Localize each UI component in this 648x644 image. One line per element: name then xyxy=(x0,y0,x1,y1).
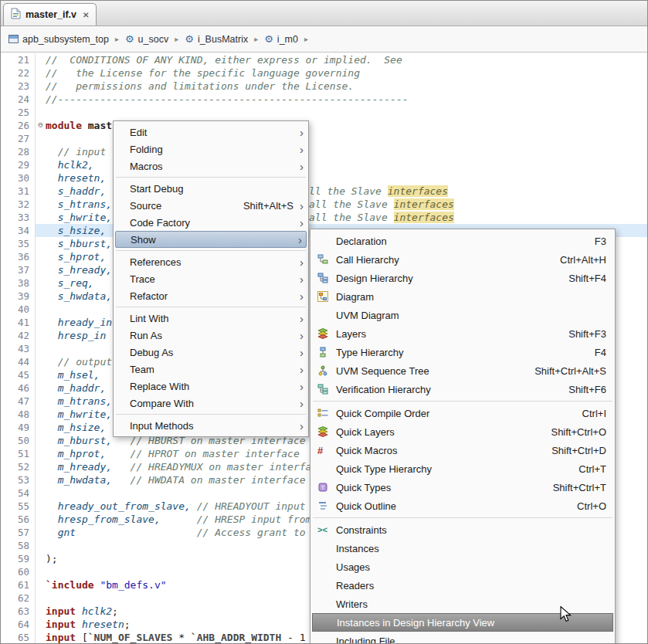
code-text[interactable]: s_hburst, xyxy=(46,237,112,250)
fold-margin xyxy=(36,395,46,408)
menu-item-replace-with[interactable]: Replace With› xyxy=(114,378,307,395)
code-text[interactable]: s_hwdata, xyxy=(46,290,112,303)
editor-tab[interactable]: master_if.v ✕ xyxy=(3,3,97,25)
menu-item-team[interactable]: Team› xyxy=(114,361,307,378)
fold-margin xyxy=(36,578,46,591)
menu-item-label: Quick Macros xyxy=(336,445,397,456)
code-text[interactable]: hready_in xyxy=(46,316,112,329)
menu-item-including-file[interactable]: Including File xyxy=(311,632,614,644)
menu-item-layers[interactable]: LayersShift+F3 xyxy=(311,324,614,343)
line-number: 23 xyxy=(1,80,36,93)
menu-item-debug-as[interactable]: Debug As› xyxy=(114,344,307,361)
code-text[interactable]: s_hprot, xyxy=(46,250,106,263)
fold-collapse-icon[interactable]: ⊖ xyxy=(36,119,46,132)
code-text[interactable]: m_hready, // HREADYMUX on master interfa… xyxy=(46,460,324,473)
menu-item-verification-hierarchy[interactable]: Verification HierarchyShift+F6 xyxy=(311,380,614,398)
menu-item-constraints[interactable]: ><Constraints xyxy=(311,520,614,539)
design-hierarchy-icon xyxy=(317,273,336,283)
line-number: 26 xyxy=(1,119,36,132)
code-text[interactable]: m_hprot, // HPROT on master interface xyxy=(46,447,300,460)
fold-margin xyxy=(36,421,46,434)
code-text[interactable]: // output xyxy=(46,355,112,368)
code-text[interactable]: `include "bm_defs.v" xyxy=(46,578,167,591)
menu-item-declaration[interactable]: DeclarationF3 xyxy=(311,232,614,250)
menu-item-call-hierarchy[interactable]: Call HierarchyCtrl+Alt+H xyxy=(311,250,614,269)
uvm-sequence-tree-icon xyxy=(317,365,336,376)
menu-shortcut: Ctrl+Alt+H xyxy=(560,254,606,266)
menu-item-quick-compile-order[interactable]: Quick Compile OrderCtrl+I xyxy=(311,404,614,422)
breadcrumb-item-apb-subsystem-top[interactable]: apb_subsystem_top xyxy=(8,34,109,45)
code-text[interactable]: input [`NUM_OF_SLAVES * `AHB_ADDR_WIDTH … xyxy=(46,631,306,644)
code-text[interactable]: s_req, xyxy=(46,276,94,290)
menu-item-run-as[interactable]: Run As› xyxy=(114,327,307,344)
code-text[interactable]: module mast xyxy=(46,119,112,132)
line-number: 27 xyxy=(1,132,36,145)
menu-item-refactor[interactable]: Refactor› xyxy=(114,287,307,304)
code-text[interactable]: m_htrans, xyxy=(46,395,112,408)
menu-item-references[interactable]: References› xyxy=(114,253,307,270)
code-text[interactable]: hresp_from_slave, // HRESP input from sl… xyxy=(46,513,348,526)
menu-item-compare-with[interactable]: Compare With› xyxy=(114,395,307,412)
menu-shortcut: Shift+Ctrl+D xyxy=(551,445,606,456)
code-text[interactable]: hresetn, xyxy=(46,171,106,185)
code-text[interactable]: s_hwrite, xyxy=(46,211,112,224)
breadcrumb-label: i_m0 xyxy=(277,34,298,45)
code-text[interactable]: s_hready, xyxy=(46,263,112,276)
menu-item-label: Run As xyxy=(130,330,162,341)
code-text[interactable]: m_haddr, xyxy=(46,381,106,395)
menu-item-edit[interactable]: Edit› xyxy=(114,124,307,141)
menu-item-folding[interactable]: Folding› xyxy=(114,141,307,158)
menu-item-show[interactable]: Show› xyxy=(115,231,307,248)
code-text[interactable]: input hresetn; xyxy=(46,618,131,631)
svg-text:T: T xyxy=(321,484,325,491)
menu-item-quick-macros[interactable]: #Quick MacrosShift+Ctrl+D xyxy=(311,441,614,459)
code-text[interactable]: m_hwrite, xyxy=(46,408,112,421)
code-text[interactable]: s_htrans, xyxy=(46,198,112,211)
menu-shortcut: Shift+Ctrl+O xyxy=(551,426,606,438)
code-text[interactable]: hresp_in xyxy=(46,329,106,342)
code-text[interactable]: ); xyxy=(46,552,58,565)
menu-item-label: Source xyxy=(130,200,161,212)
menu-item-uvm-sequence-tree[interactable]: UVM Sequence TreeShift+Ctrl+Alt+S xyxy=(311,361,614,380)
menu-item-source[interactable]: SourceShift+Alt+S› xyxy=(114,197,307,214)
menu-item-uvm-diagram[interactable]: UVM Diagram xyxy=(311,306,614,324)
menu-item-readers[interactable]: Readers xyxy=(311,576,614,595)
breadcrumb-label: i_BusMatrix xyxy=(198,34,248,45)
menu-item-design-hierarchy[interactable]: Design HierarchyShift+F4 xyxy=(311,269,614,287)
code-text[interactable]: // CONDITIONS OF ANY KIND, either expres… xyxy=(46,53,402,66)
code-text[interactable]: // permissions and limitations under the… xyxy=(46,80,354,93)
fold-margin xyxy=(36,211,46,224)
fold-margin xyxy=(36,631,46,644)
code-text[interactable]: hclk2, xyxy=(46,158,94,171)
menu-item-type-hierarchy[interactable]: Type HierarchyF4 xyxy=(311,343,614,361)
menu-item-code-factory[interactable]: Code Factory› xyxy=(114,214,307,231)
menu-item-quick-types[interactable]: TQuick TypesShift+Ctrl+T xyxy=(311,478,614,497)
breadcrumb-item-u-socv[interactable]: ⚙u_socv xyxy=(125,34,168,45)
menu-item-label: Instances xyxy=(336,543,379,554)
menu-item-macros[interactable]: Macros› xyxy=(114,158,307,175)
tab-close-icon[interactable]: ✕ xyxy=(83,11,89,19)
breadcrumb-item-i-m0[interactable]: ⚙i_m0 xyxy=(264,34,298,45)
code-text[interactable]: gnt // Access grant to master xyxy=(46,526,348,539)
breadcrumb-item-i-busmatrix[interactable]: ⚙i_BusMatrix xyxy=(185,34,248,45)
code-text[interactable]: // the License for the specific language… xyxy=(46,66,360,80)
code-text[interactable]: // input xyxy=(46,145,106,158)
code-text[interactable]: m_hsize, xyxy=(46,421,106,434)
menu-item-quick-layers[interactable]: Quick LayersShift+Ctrl+O xyxy=(311,422,614,441)
menu-item-lint-with[interactable]: Lint With› xyxy=(114,310,307,327)
menu-item-diagram[interactable]: Diagram xyxy=(311,287,614,306)
code-text[interactable]: //--------------------------------------… xyxy=(46,93,409,106)
code-text[interactable]: s_hsize, xyxy=(46,224,106,237)
code-text[interactable]: input hclk2; xyxy=(46,605,118,618)
code-text[interactable]: m_hwdata, // HWDATA on master interface xyxy=(46,473,306,486)
menu-item-instances[interactable]: Instances xyxy=(311,539,614,558)
menu-item-input-methods[interactable]: Input Methods› xyxy=(114,417,307,434)
line-number: 41 xyxy=(1,316,36,329)
code-text[interactable]: m_hsel, xyxy=(46,368,100,381)
code-text[interactable]: s_haddr, xyxy=(46,185,106,198)
menu-item-start-debug[interactable]: Start Debug xyxy=(114,180,307,197)
menu-item-quick-outline[interactable]: Quick OutlineCtrl+O xyxy=(311,497,614,515)
menu-item-quick-type-hierarchy[interactable]: Quick Type HierarchyCtrl+T xyxy=(311,459,614,478)
menu-item-trace[interactable]: Trace› xyxy=(114,270,307,287)
menu-item-usages[interactable]: Usages xyxy=(311,558,614,576)
